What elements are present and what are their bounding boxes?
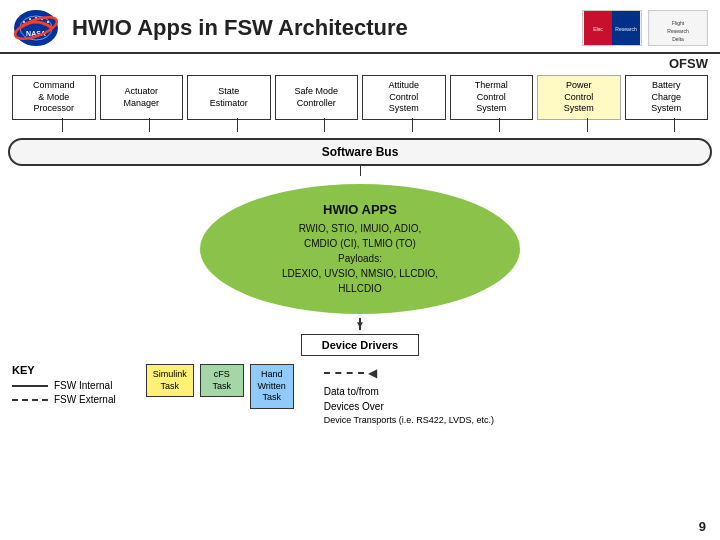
device-drivers-box: Device Drivers [301,334,419,356]
hwio-title: HWIO APPS [323,202,397,217]
connector-line [237,118,238,132]
ofsw-bar: OFSW [0,54,720,71]
hwio-line3: Payloads: [338,253,382,264]
key-items: FSW Internal FSW External [12,380,116,405]
ofsw-label: OFSW [669,56,708,71]
dashed-arrow-line [324,372,364,374]
hwio-section: HWIO APPS RWIO, STIO, IMUIO, ADIO, CMDIO… [0,176,720,318]
task-boxes: Simulink TaskcFS TaskHand Written Task [146,364,294,409]
data-line2: Devices Over [324,399,494,414]
arrow-head-icon: ◀ [368,364,377,382]
key-block: KEY FSW Internal FSW External [12,364,116,405]
svg-point-2 [23,21,25,23]
fsw-internal-label: FSW Internal [54,380,112,391]
hwio-line2: CMDIO (CI), TLMIO (TO) [304,238,416,249]
connector-line [412,118,413,132]
device-drivers-row: Device Drivers [0,330,720,360]
partner-logo-1: Elec Research [582,10,642,46]
top-boxes-row: Command & Mode ProcessorActuator Manager… [0,71,720,120]
connector-area [8,120,712,132]
software-bus-row: Software Bus [0,132,720,166]
header: NASA HWIO Apps in FSW Architecture Elec … [0,0,720,54]
hwio-line5: HLLCDIO [338,283,381,294]
top-box-7: Battery Charge System [625,75,709,120]
data-section: ◀ Data to/from Devices Over Device Trans… [324,364,494,428]
key-section: KEY FSW Internal FSW External Simulink T… [0,360,720,428]
connector-line [674,118,675,132]
device-drivers-label: Device Drivers [322,339,398,351]
svg-text:Research: Research [615,26,637,32]
top-box-1: Actuator Manager [100,75,184,120]
software-bus: Software Bus [8,138,712,166]
connector-line [324,118,325,132]
svg-text:Research: Research [667,28,689,34]
task-box-2: Hand Written Task [250,364,294,409]
svg-text:Elec: Elec [593,26,603,32]
hwio-to-dd-connector: ▼ [0,318,720,330]
data-arrow-row: ◀ [324,364,494,382]
task-box-0: Simulink Task [146,364,194,397]
top-box-3: Safe Mode Controller [275,75,359,120]
connector-line [149,118,150,132]
fsw-external-label: FSW External [54,394,116,405]
key-fsw-external: FSW External [12,394,116,405]
solid-line-icon [12,385,48,387]
connector-line [499,118,500,132]
hwio-line4: LDEXIO, UVSIO, NMSIO, LLCDIO, [282,268,438,279]
top-box-6: Power Control System [537,75,621,120]
svg-point-6 [47,21,49,23]
nasa-logo: NASA [12,8,60,48]
connector-line [587,118,588,132]
page-number: 9 [699,519,706,534]
svg-text:Flight: Flight [672,20,685,26]
task-box-1: cFS Task [200,364,244,397]
v-line-bus-hwio [360,166,361,176]
hwio-line1: RWIO, STIO, IMUIO, ADIO, [299,223,422,234]
hwio-body: RWIO, STIO, IMUIO, ADIO, CMDIO (CI), TLM… [282,221,438,296]
key-fsw-internal: FSW Internal [12,380,116,391]
down-arrow-icon: ▼ [355,319,365,330]
partner-logos: Elec Research Flight Research Delta [582,10,708,46]
software-bus-label: Software Bus [322,145,399,159]
bus-to-hwio-connector [0,166,720,176]
hwio-ellipse: HWIO APPS RWIO, STIO, IMUIO, ADIO, CMDIO… [200,184,520,314]
svg-text:Delta: Delta [672,36,684,42]
svg-point-3 [29,18,31,20]
data-arrow: ◀ [324,364,377,382]
top-box-4: Attitude Control System [362,75,446,120]
partner-logo-2: Flight Research Delta [648,10,708,46]
data-line3: Device Transports (i.e. RS422, LVDS, etc… [324,414,494,428]
dashed-line-icon [12,399,48,401]
top-box-0: Command & Mode Processor [12,75,96,120]
key-title: KEY [12,364,116,376]
connector-line [62,118,63,132]
top-box-5: Thermal Control System [450,75,534,120]
top-box-2: State Estimator [187,75,271,120]
page-title: HWIO Apps in FSW Architecture [72,15,582,41]
data-line1: Data to/from [324,384,494,399]
